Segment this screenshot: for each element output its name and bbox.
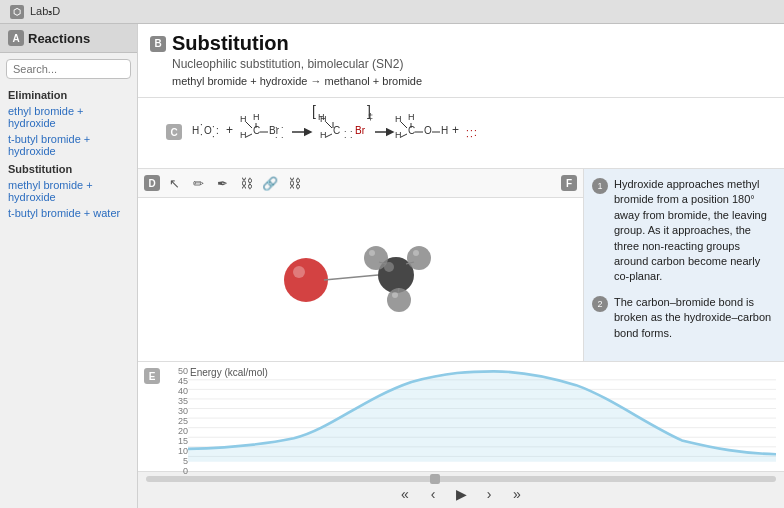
transport-play[interactable]: ▶ (451, 484, 471, 504)
svg-point-55 (284, 258, 328, 302)
nav-link-tbutyl-bromide-hydroxide[interactable]: t-butyl bromide + hydroxide (0, 131, 137, 159)
svg-text:H: H (318, 112, 325, 122)
svg-text:H: H (192, 125, 199, 136)
nav-link-methyl-bromide-hydroxide[interactable]: methyl bromide + hydroxide (0, 177, 137, 205)
nav-link-ethyl-bromide-hydroxide[interactable]: ethyl bromide + hydroxide (0, 103, 137, 131)
svg-text:H: H (395, 114, 402, 124)
energy-graph-svg (188, 366, 776, 467)
svg-line-26 (326, 134, 332, 137)
svg-text:C: C (333, 125, 340, 136)
reaction-equation: methyl bromide + hydroxide → methanol + … (150, 75, 772, 87)
svg-text:·: · (275, 122, 278, 132)
svg-point-63 (387, 288, 411, 312)
mechanism-badge: C (166, 124, 182, 140)
main-badge: B (150, 36, 166, 52)
svg-line-9 (246, 122, 252, 128)
transport-last[interactable]: » (507, 484, 527, 504)
section-label-substitution: Substitution (0, 159, 137, 177)
svg-text:H: H (408, 112, 415, 122)
info-step-2: 2 The carbon–bromide bond is broken as t… (592, 295, 776, 341)
main-content: B Substitution Nucleophilic substitution… (138, 24, 784, 508)
svg-text:[: [ (312, 103, 316, 119)
svg-point-64 (392, 292, 398, 298)
svg-text:H: H (240, 130, 247, 140)
svg-line-39 (401, 122, 407, 128)
transport-first[interactable]: « (395, 484, 415, 504)
nav-link-tbutyl-bromide-water[interactable]: t-butyl bromide + water (0, 205, 137, 221)
chain-tool[interactable]: ⛓ (284, 173, 304, 193)
step-text-2: The carbon–bromide bond is broken as the… (614, 295, 776, 341)
content-header: B Substitution Nucleophilic substitution… (138, 24, 784, 98)
title-bar: ⬡ Lab₃D (0, 0, 784, 24)
reaction-title: Substitution (172, 32, 289, 55)
cursor-tool[interactable]: ↖ (164, 173, 184, 193)
title-row: B Substitution (150, 32, 772, 55)
svg-line-24 (326, 122, 332, 128)
svg-text:·: · (344, 132, 347, 142)
svg-text:H: H (240, 114, 247, 124)
step-text-1: Hydroxide approaches methyl bromide from… (614, 177, 776, 285)
svg-text:+: + (452, 123, 459, 137)
svg-text:C: C (408, 125, 415, 136)
search-input[interactable] (6, 59, 131, 79)
svg-text:O: O (424, 125, 432, 136)
graph-section: E 50 45 40 35 30 25 20 15 10 5 0 Energy … (138, 361, 784, 471)
svg-text:Br: Br (355, 125, 366, 136)
graph-area: Energy (kcal/mol) (138, 362, 784, 471)
transport-next[interactable]: › (479, 484, 499, 504)
svg-text::: : (216, 125, 219, 136)
unlink-tool[interactable]: 🔗 (260, 173, 280, 193)
link-tool[interactable]: ⛓ (236, 173, 256, 193)
svg-text:·: · (350, 132, 353, 142)
info-panel: 1 Hydroxide approaches methyl bromide fr… (584, 169, 784, 361)
info-badge: F (561, 175, 577, 191)
svg-line-41 (401, 134, 407, 137)
transport-prev[interactable]: ‹ (423, 484, 443, 504)
step-number-1: 1 (592, 178, 608, 194)
sidebar-badge: A (8, 30, 24, 46)
svg-text:H: H (253, 112, 260, 122)
svg-line-65 (324, 275, 378, 280)
svg-text:·: · (275, 132, 278, 142)
transport-controls: « ‹ ▶ › » (395, 484, 527, 504)
svg-text:H: H (395, 130, 402, 140)
sidebar: A Reactions Elimination ethyl bromide + … (0, 24, 138, 508)
mechanism-diagram: H · · O · · : + H H C Br H · · (190, 102, 590, 162)
progress-thumb[interactable] (430, 474, 440, 484)
svg-text:·: · (281, 132, 284, 142)
graph-label: Energy (kcal/mol) (190, 367, 268, 378)
svg-text:C: C (253, 125, 260, 136)
reaction-subtitle: Nucleophilic substitution, bimolecular (… (150, 57, 772, 71)
svg-point-60 (369, 250, 375, 256)
svg-point-62 (413, 250, 419, 256)
viewer-section: D ↖ ✏ ✒ ⛓ 🔗 ⛓ F (138, 169, 584, 361)
progress-track[interactable] (146, 476, 776, 482)
app-container: A Reactions Elimination ethyl bromide + … (0, 24, 784, 508)
svg-text:·: · (470, 131, 473, 142)
svg-point-56 (293, 266, 305, 278)
middle-section: D ↖ ✏ ✒ ⛓ 🔗 ⛓ F (138, 169, 784, 361)
progress-row (138, 476, 784, 482)
pen-tool[interactable]: ✒ (212, 173, 232, 193)
svg-text::: : (474, 127, 477, 138)
svg-text:·: · (466, 131, 469, 142)
svg-text:‡: ‡ (368, 112, 373, 122)
sidebar-title: Reactions (28, 31, 90, 46)
info-step-1: 1 Hydroxide approaches methyl bromide fr… (592, 177, 776, 285)
svg-text:H: H (320, 130, 327, 140)
svg-text:H: H (441, 125, 448, 136)
svg-text:·: · (281, 122, 284, 132)
step-number-2: 2 (592, 296, 608, 312)
app-icon: ⬡ (10, 5, 24, 19)
pencil-tool[interactable]: ✏ (188, 173, 208, 193)
svg-line-11 (246, 134, 252, 137)
mechanism-container: C H · · O · · : + H H C Br H (138, 98, 784, 169)
transport-bar: « ‹ ▶ › » (138, 471, 784, 508)
viewer-badge: D (144, 175, 160, 191)
svg-text:+: + (226, 123, 233, 137)
molecule-viewer[interactable] (138, 198, 583, 361)
svg-point-61 (407, 246, 431, 270)
section-label-elimination: Elimination (0, 85, 137, 103)
molecule-3d-svg (251, 210, 471, 350)
svg-text:·: · (212, 131, 215, 142)
